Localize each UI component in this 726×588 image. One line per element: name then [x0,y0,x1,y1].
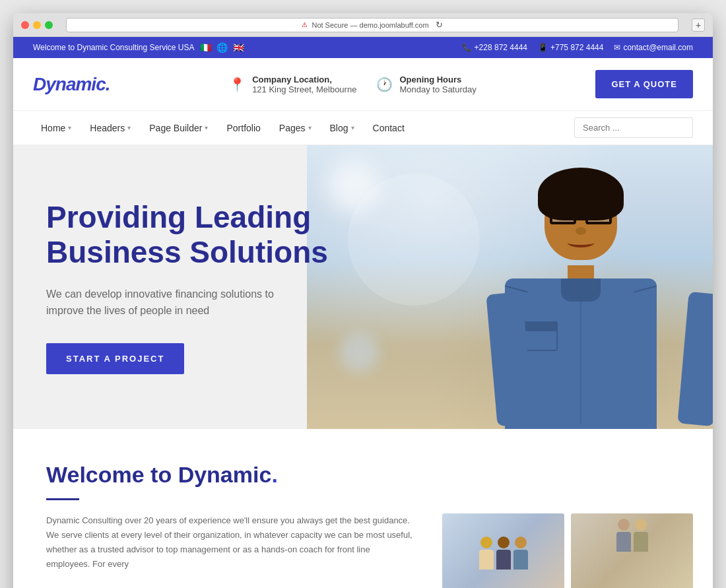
person-nose [576,227,586,235]
mini-head-2 [498,537,510,548]
email-address: contact@email.com [623,43,693,52]
site-wrapper: Welcome to Dynamic Consulting Service US… [13,37,713,588]
mobile-icon: 📱 [538,43,548,52]
refresh-button[interactable]: ↻ [436,20,443,30]
person-head-area [538,168,624,267]
hero-content: Providing Leading Business Solutions We … [13,160,363,414]
browser-titlebar: ⚠ Not Secure — demo.joomlabuff.com ↻ + [13,13,713,37]
mini-person-2 [496,537,511,570]
search-input[interactable] [574,117,693,138]
nav-item-blog[interactable]: Blog ▾ [322,112,362,144]
hero-subtitle: We can develop innovative financing solu… [46,286,277,319]
nav-links: Home ▾ Headers ▾ Page Builder ▾ [33,112,412,144]
nav-link-pagebuilder[interactable]: Page Builder ▾ [141,112,216,144]
welcome-image-2 [571,513,693,588]
person-right-arm [678,292,713,426]
welcome-title: Welcome to Dynamic. [46,462,693,488]
nav-item-contact[interactable]: Contact [365,112,412,144]
home-dropdown-arrow: ▾ [68,124,71,131]
mini-body-5 [634,532,648,552]
nav-link-headers[interactable]: Headers ▾ [82,112,139,144]
mini-person-5 [634,519,648,552]
mini-people-group [474,531,533,575]
mini-body-3 [513,550,528,570]
welcome-title-dot: . [271,462,277,487]
maximize-button[interactable] [45,21,53,29]
nav-label-contact: Contact [373,123,405,133]
top-bar-right: 📞 +228 872 4444 📱 +775 872 4444 ✉ contac… [462,43,693,52]
mini-head-3 [515,537,527,548]
address-bar[interactable]: ⚠ Not Secure — demo.joomlabuff.com ↻ [66,18,678,32]
minimize-button[interactable] [33,21,41,29]
person-smile [568,238,594,247]
location-value: 121 King Street, Melbourne [252,84,356,94]
shirt-pocket-flap [521,321,558,331]
nav-item-pages[interactable]: Pages ▾ [271,112,319,144]
welcome-title-main: Welcome to Dynamic [46,462,271,487]
nav-item-home[interactable]: Home ▾ [33,112,79,144]
nav-item-pagebuilder[interactable]: Page Builder ▾ [141,112,216,144]
flag-italy: 🇮🇹 [200,42,211,53]
clock-icon: 🕐 [376,77,393,92]
hero-person-figure [469,160,692,430]
logo-text: Dynamic. [33,74,110,94]
welcome-image-1 [442,513,564,588]
nav-item-portfolio[interactable]: Portfolio [218,112,268,144]
nav-link-pages[interactable]: Pages ▾ [271,112,319,144]
shirt-seam [580,292,581,424]
nav-link-portfolio[interactable]: Portfolio [218,112,268,144]
mini-body-4 [616,532,631,552]
nav-item-headers[interactable]: Headers ▾ [82,112,139,144]
headers-dropdown-arrow: ▾ [127,124,131,131]
close-button[interactable] [21,21,29,29]
nav-label-pagebuilder: Page Builder [149,123,202,133]
site-logo[interactable]: Dynamic. [33,74,110,95]
pagebuilder-dropdown-arrow: ▾ [205,124,208,131]
mini-people-group-2 [571,513,693,557]
top-bar: Welcome to Dynamic Consulting Service US… [13,37,713,58]
nav-link-contact[interactable]: Contact [365,112,412,144]
welcome-section: Welcome to Dynamic. Dynamic Consulting o… [13,429,713,588]
image-placeholder-2 [571,513,693,588]
phone-icon: 📞 [462,43,472,52]
nav-label-pages: Pages [279,123,306,133]
location-icon: 📍 [229,77,246,92]
mini-head-4 [618,519,630,531]
email-contact[interactable]: ✉ contact@email.com [614,43,693,52]
nav-label-home: Home [41,123,65,133]
shirt-shoulder-right [634,285,657,292]
site-header: Dynamic. 📍 Company Location, 121 King St… [13,58,713,111]
hero-section: Providing Leading Business Solutions We … [13,145,713,429]
new-tab-button[interactable]: + [692,18,705,32]
phone1-number: +228 872 4444 [475,43,527,52]
phone1[interactable]: 📞 +228 872 4444 [462,43,527,52]
hours-value: Monday to Saturday [399,84,476,94]
nav-link-home[interactable]: Home ▾ [33,112,79,144]
welcome-divider [46,498,79,500]
welcome-images [442,513,693,588]
location-text: Company Location, 121 King Street, Melbo… [252,75,356,94]
hours-info: 🕐 Opening Hours Monday to Saturday [376,75,476,94]
flag-globe: 🌐 [216,42,228,53]
start-project-button[interactable]: START A PROJECT [46,343,184,374]
phone2-number: +775 872 4444 [550,43,603,52]
flag-uk: 🇬🇧 [233,42,244,53]
location-label: Company Location, [252,75,356,84]
mini-person-4 [616,519,631,552]
mini-person-1 [479,537,494,570]
phone2[interactable]: 📱 +775 872 4444 [538,43,603,52]
url-text: Not Secure — demo.joomlabuff.com [312,21,428,29]
welcome-content: Dynamic Consulting over 20 years of expe… [46,513,693,588]
get-quote-button[interactable]: GET A QUOTE [595,70,693,98]
nav-link-blog[interactable]: Blog ▾ [322,112,362,144]
browser-window: ⚠ Not Secure — demo.joomlabuff.com ↻ + W… [13,13,713,588]
mini-head-5 [635,519,647,531]
image-placeholder-1 [442,513,564,588]
nav-label-headers: Headers [90,123,125,133]
mini-person-3 [513,537,528,570]
welcome-body-text: Dynamic Consulting over 20 years of expe… [46,513,416,572]
mini-body-1 [479,550,494,570]
lock-icon: ⚠ [302,21,308,28]
hero-title-line1: Providing Leading [46,200,311,234]
pages-dropdown-arrow: ▾ [308,124,312,131]
